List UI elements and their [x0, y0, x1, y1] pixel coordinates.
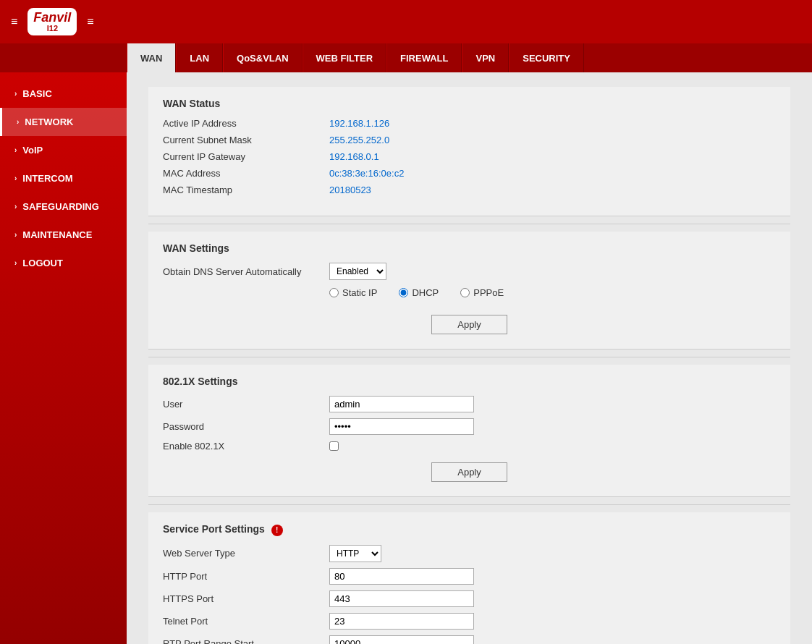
sidebar-item-logout[interactable]: › LOGOUT	[0, 249, 127, 277]
mac-timestamp-label: MAC Timestamp	[163, 185, 322, 195]
separator-2	[148, 357, 790, 357]
dot1x-enable-checkbox-wrapper	[329, 441, 339, 451]
main-content: WAN Status Active IP Address 192.168.1.1…	[127, 72, 812, 644]
service-port-section: Service Port Settings ! Web Server Type …	[148, 512, 790, 644]
sidebar-label-voip: VoIP	[22, 145, 43, 156]
separator-3	[148, 504, 790, 505]
mac-timestamp-row: MAC Timestamp 20180523	[163, 185, 776, 195]
dot1x-enable-checkbox[interactable]	[329, 441, 339, 451]
pppoe-radio-label: PPPoE	[473, 287, 504, 298]
tab-web-filter[interactable]: WEB FILTER	[303, 43, 386, 72]
dot1x-apply-row: Apply	[163, 462, 776, 482]
gateway-label: Current IP Gateway	[163, 151, 322, 162]
http-port-row: HTTP Port	[163, 568, 776, 585]
pppoe-radio-item[interactable]: PPPoE	[460, 287, 504, 298]
nav-tabs: WAN LAN QoS&VLAN WEB FILTER FIREWALL VPN…	[0, 43, 812, 72]
sidebar-label-basic: BASIC	[22, 88, 51, 99]
sidebar-label-logout: LOGOUT	[22, 258, 63, 268]
tab-lan[interactable]: LAN	[176, 43, 223, 72]
subnet-mask-value: 255.255.252.0	[329, 135, 389, 145]
sidebar-item-voip[interactable]: › VoIP	[0, 136, 127, 164]
tab-firewall[interactable]: FIREWALL	[386, 43, 462, 72]
mac-timestamp-value: 20180523	[329, 185, 371, 195]
logo-area: ≡ Fanvil I12 ≡	[11, 8, 94, 35]
static-ip-radio-label: Static IP	[342, 287, 377, 298]
dot1x-user-row: User	[163, 396, 776, 412]
hamburger-icon[interactable]: ≡	[11, 15, 17, 28]
sidebar-arrow-network: ›	[17, 118, 19, 126]
rtp-start-input[interactable]	[329, 635, 474, 645]
sidebar-item-network[interactable]: › NETWORK	[0, 108, 127, 136]
https-port-row: HTTPS Port	[163, 590, 776, 607]
dhcp-radio-item[interactable]: DHCP	[399, 287, 439, 298]
pppoe-radio[interactable]	[460, 288, 470, 297]
active-ip-row: Active IP Address 192.168.1.126	[163, 118, 776, 129]
mac-address-label: MAC Address	[163, 168, 322, 179]
dot1x-title: 802.1X Settings	[163, 376, 776, 387]
service-port-info-icon[interactable]: !	[271, 525, 283, 536]
sidebar-arrow-logout: ›	[14, 259, 17, 267]
service-port-title-row: Service Port Settings !	[163, 523, 776, 536]
http-port-input[interactable]	[329, 568, 474, 585]
wan-settings-apply-row: Apply	[163, 315, 776, 334]
rtp-start-label: RTP Port Range Start	[163, 638, 322, 645]
rtp-start-row: RTP Port Range Start	[163, 635, 776, 645]
wan-settings-title: WAN Settings	[163, 242, 776, 254]
static-ip-radio-item[interactable]: Static IP	[329, 287, 377, 298]
tab-security[interactable]: SECURITY	[509, 43, 584, 72]
header: ≡ Fanvil I12 ≡	[0, 0, 812, 43]
layout: › BASIC › NETWORK › VoIP › INTERCOM › SA…	[0, 72, 812, 644]
dhcp-radio[interactable]	[399, 288, 408, 297]
subnet-mask-row: Current Subnet Mask 255.255.252.0	[163, 135, 776, 145]
active-ip-value: 192.168.1.126	[329, 118, 389, 129]
service-port-title: Service Port Settings	[163, 523, 265, 535]
tab-qos-vlan[interactable]: QoS&VLAN	[223, 43, 303, 72]
dot1x-user-input[interactable]	[329, 396, 474, 412]
header-menu-icon[interactable]: ≡	[87, 15, 93, 28]
dns-auto-row: Obtain DNS Server Automatically Enabled …	[163, 263, 776, 280]
sidebar-arrow-safeguarding: ›	[14, 203, 17, 211]
telnet-port-row: Telnet Port	[163, 613, 776, 630]
sidebar-arrow-voip: ›	[14, 146, 17, 154]
tab-vpn[interactable]: VPN	[462, 43, 509, 72]
mac-address-value: 0c:38:3e:16:0e:c2	[329, 168, 404, 179]
sidebar-item-safeguarding[interactable]: › SAFEGUARDING	[0, 192, 127, 221]
wan-settings-apply-button[interactable]: Apply	[431, 315, 507, 334]
https-port-input[interactable]	[329, 590, 474, 607]
sidebar-arrow-maintenance: ›	[14, 231, 17, 239]
separator-1	[148, 224, 790, 224]
connection-type-group: Static IP DHCP PPPoE	[329, 287, 504, 298]
gateway-row: Current IP Gateway 192.168.0.1	[163, 151, 776, 162]
tab-wan[interactable]: WAN	[127, 43, 176, 72]
https-port-label: HTTPS Port	[163, 593, 322, 604]
dot1x-password-row: Password	[163, 418, 776, 435]
sidebar-item-maintenance[interactable]: › MAINTENANCE	[0, 221, 127, 249]
wan-settings-section: WAN Settings Obtain DNS Server Automatic…	[148, 232, 790, 349]
dhcp-radio-label: DHCP	[412, 287, 439, 298]
active-ip-label: Active IP Address	[163, 118, 322, 129]
sidebar-label-maintenance: MAINTENANCE	[22, 229, 92, 240]
sidebar: › BASIC › NETWORK › VoIP › INTERCOM › SA…	[0, 72, 127, 644]
subnet-mask-label: Current Subnet Mask	[163, 135, 322, 145]
mac-address-row: MAC Address 0c:38:3e:16:0e:c2	[163, 168, 776, 179]
logo-main-text: Fanvil	[33, 11, 71, 24]
sidebar-item-basic[interactable]: › BASIC	[0, 80, 127, 108]
web-server-type-select[interactable]: HTTP HTTPS	[329, 545, 381, 562]
sidebar-item-intercom[interactable]: › INTERCOM	[0, 164, 127, 192]
sidebar-label-safeguarding: SAFEGUARDING	[22, 201, 98, 212]
static-ip-radio[interactable]	[329, 288, 339, 297]
gateway-value: 192.168.0.1	[329, 151, 379, 162]
telnet-port-input[interactable]	[329, 613, 474, 630]
connection-type-row: Static IP DHCP PPPoE	[163, 287, 776, 304]
dot1x-apply-button[interactable]: Apply	[431, 462, 507, 482]
dns-auto-select[interactable]: Enabled Disabled	[329, 263, 386, 280]
web-server-type-row: Web Server Type HTTP HTTPS	[163, 545, 776, 562]
dot1x-password-label: Password	[163, 421, 322, 432]
wan-status-section: WAN Status Active IP Address 192.168.1.1…	[148, 87, 790, 216]
dot1x-user-label: User	[163, 399, 322, 410]
telnet-port-label: Telnet Port	[163, 616, 322, 627]
sidebar-label-intercom: INTERCOM	[22, 173, 72, 184]
logo-box: Fanvil I12	[28, 8, 77, 35]
wan-status-title: WAN Status	[163, 98, 776, 109]
dot1x-password-input[interactable]	[329, 418, 474, 435]
